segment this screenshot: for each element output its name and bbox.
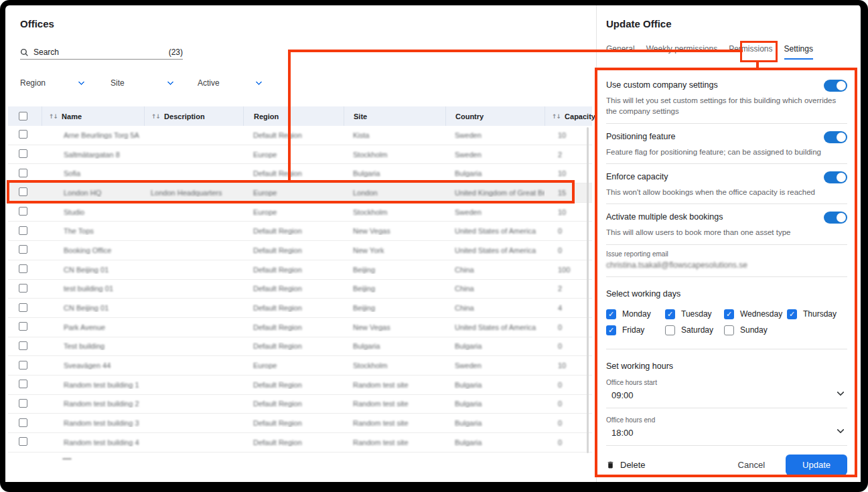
toggle-switch[interactable] [824,131,847,143]
table-row[interactable]: Park Avenue Default Region New Vegas Uni… [8,318,592,337]
row-checkbox[interactable] [8,303,42,313]
day-checkbox[interactable]: ✓ [606,325,616,335]
check-icon: ✓ [608,327,614,334]
toggle-switch[interactable] [824,80,847,92]
day-checkbox[interactable]: ✓ [665,325,675,335]
table-scrollbar[interactable] [587,127,589,453]
cell-region: Default Region [253,438,302,446]
settings-panel: Use custom company settings This will le… [606,72,847,475]
toggle-switch[interactable] [824,212,847,224]
table-row[interactable]: Random test building 2 Default Region Ra… [8,395,592,414]
office-hours-end-select[interactable]: Office hours end 18:00 [606,408,847,446]
cell-site: Stockholm [353,361,387,370]
row-checkbox[interactable] [8,341,42,351]
row-checkbox[interactable] [8,169,42,179]
column-header-name[interactable]: ↑↓Name [42,106,144,126]
toggle-switch[interactable] [824,171,847,183]
cell-site: Random test site [353,438,409,446]
checkbox-icon [19,380,27,388]
toggle-sections: Use custom company settings This will le… [606,72,847,245]
cell-name: CN Beijing 01 [64,266,108,274]
table-row[interactable]: Random test building 4 Default Region Ra… [8,433,592,453]
cell-name: Random test building 1 [64,381,139,389]
search-input[interactable]: Search (23) [20,46,183,60]
table-row[interactable]: Random test building 1 Default Region Ra… [8,376,592,395]
table-row[interactable]: CN Beijing 01 Default Region Beijing Chi… [8,299,592,318]
table-row[interactable]: Arne Beurlings Torg 5A Default Region Ki… [8,126,592,145]
table-row[interactable]: test building 01 Default Region Beijing … [8,280,592,299]
row-checkbox[interactable] [8,437,42,447]
filter-site[interactable]: Site [111,78,173,88]
search-placeholder: Search [33,48,59,57]
row-checkbox[interactable] [8,264,42,274]
table-row[interactable]: Sveavägen 44 Europe Stockholm Sweden 10 [8,356,592,376]
cell-country: Bulgaria [455,438,482,446]
day-checkbox[interactable]: ✓ [665,309,675,319]
cancel-button[interactable]: Cancel [738,460,765,470]
day-checkbox[interactable]: ✓ [724,325,734,335]
table-row[interactable]: Sofia Default Region Bulgaria Bulgaria 1… [8,164,592,183]
filter-region[interactable]: Region [20,78,84,88]
day-checkbox[interactable]: ✓ [606,309,616,319]
setting-toggle-section: Activate multiple desk bookings This wil… [606,204,847,244]
table-row[interactable]: Random test building 3 Default Region Ra… [8,414,592,433]
cell-name: Studio [64,208,84,216]
select-all-checkbox[interactable] [8,106,42,126]
delete-button[interactable]: Delete [606,460,646,470]
check-icon: ✓ [726,311,732,318]
cell-site: Bulgaria [353,342,380,350]
working-day-item: ✓ Saturday [665,325,724,335]
row-checkbox[interactable] [8,361,42,371]
table-row[interactable]: London HQ London Headquarters Europe Lon… [8,183,592,203]
row-checkbox[interactable] [8,187,42,197]
row-checkbox[interactable] [8,380,42,390]
filter-active[interactable]: Active [198,78,261,88]
column-header-capacity[interactable]: ↑↓Capacity [545,106,592,126]
cell-name: Arne Beurlings Torg 5A [64,131,139,139]
cell-country: China [455,304,474,312]
setting-label: Enforce capacity [606,172,847,181]
table-row[interactable]: Studio Europe Stockholm Sweden 10 [8,203,592,222]
table-row[interactable]: Booking Office Default Region New York U… [8,241,592,260]
tab-permissions[interactable]: Permissions [729,44,772,60]
cell-capacity: 0 [558,381,562,389]
column-header-description[interactable]: ↑↓Description [144,106,243,126]
cell-capacity: 4 [558,304,562,312]
row-checkbox[interactable] [8,418,42,428]
setting-label: Positioning feature [606,132,847,141]
cell-capacity: 0 [558,400,562,408]
tab-settings[interactable]: Settings [784,44,813,60]
table-row[interactable]: Test building Default Region Bulgaria Bu… [8,337,592,357]
email-label: Issue reporting email [606,250,847,258]
row-checkbox[interactable] [8,399,42,409]
day-checkbox[interactable]: ✓ [787,309,797,319]
issue-reporting-email-field[interactable]: Issue reporting email christina.tsakali@… [606,245,847,277]
row-checkbox[interactable] [8,284,42,294]
sort-icon: ↑↓ [49,113,58,120]
row-checkbox[interactable] [8,226,42,236]
cell-site: Beijing [353,304,375,312]
column-header-region: Region [243,106,344,126]
cell-site: London [353,189,378,197]
pagination-dash [62,458,72,460]
checkbox-icon [19,207,27,216]
table-row[interactable]: Saltmätargatan 8 Europe Stockholm Sweden… [8,145,592,165]
tab-general[interactable]: General [606,44,635,60]
column-header-site: Site [344,106,445,126]
working-day-item: ✓ Monday [606,309,665,319]
update-button[interactable]: Update [786,455,847,475]
office-hours-start-select[interactable]: Office hours start 09:00 [606,371,847,408]
row-checkbox[interactable] [8,322,42,332]
day-checkbox[interactable]: ✓ [724,309,734,319]
row-checkbox[interactable] [8,207,42,217]
cell-region: Default Region [253,227,302,235]
panel-title: Update Office [606,18,672,29]
checkbox-icon [19,418,27,427]
row-checkbox[interactable] [8,149,42,159]
tab-weekly-permissions[interactable]: Weekly permissions [646,44,717,60]
cell-country: United States of America [455,246,536,254]
table-row[interactable]: The Tops Default Region New Vegas United… [8,222,592,241]
row-checkbox[interactable] [8,130,42,140]
table-row[interactable]: CN Beijing 01 Default Region Beijing Chi… [8,260,592,280]
row-checkbox[interactable] [8,245,42,255]
